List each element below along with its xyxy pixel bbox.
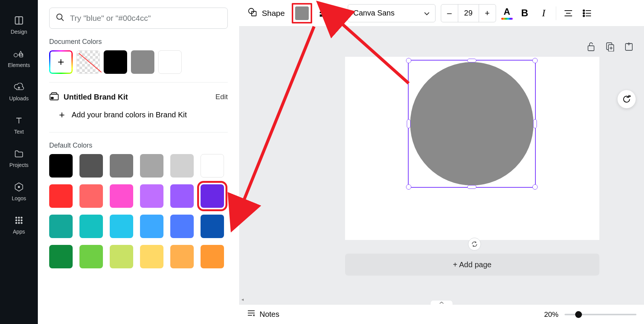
rail-item-apps[interactable]: Apps [0,208,38,241]
svg-point-30 [583,12,585,14]
color-swatch[interactable] [49,184,73,208]
color-swatch[interactable] [158,50,182,74]
fill-color-button[interactable] [295,6,309,20]
rail-label: Projects [9,162,29,168]
shape-icon [247,7,257,19]
resize-handle[interactable] [407,119,411,128]
svg-rect-19 [51,97,53,99]
svg-point-2 [14,53,17,57]
color-swatch[interactable] [170,245,194,268]
rail-item-logos[interactable]: Logos [0,175,38,208]
text-color-button[interactable]: A [501,6,513,20]
font-size-value[interactable]: 29 [458,5,479,22]
notes-button[interactable]: Notes [247,309,279,319]
add-brand-colors-button[interactable]: + Add your brand colors in Brand Kit [49,109,228,121]
color-swatch[interactable] [104,50,127,74]
default-colors-grid [49,154,228,268]
list-button[interactable] [580,6,594,20]
border-style-button[interactable] [317,7,330,20]
add-page-bar[interactable]: + Add page [345,254,599,276]
color-swatch[interactable] [131,50,154,74]
bold-button[interactable]: B [518,6,532,20]
default-colors-title: Default Colors [49,142,228,150]
svg-point-7 [16,217,17,219]
resize-handle[interactable] [532,58,538,63]
expand-pages-handle[interactable] [430,300,453,305]
color-swatch[interactable] [140,245,163,268]
chevron-down-icon [424,9,430,17]
svg-point-16 [57,14,62,19]
zoom-controls: 20% [544,310,636,319]
zoom-thumb[interactable] [575,311,582,318]
color-swatch[interactable] [79,154,103,178]
color-swatch[interactable] [170,154,194,178]
regenerate-fab[interactable] [618,90,636,108]
resize-handle[interactable] [533,119,537,128]
color-swatch[interactable] [110,184,133,208]
bottom-bar: Notes 20% [239,304,644,324]
color-swatch[interactable] [49,215,73,238]
svg-marker-3 [19,51,23,55]
brand-kit-icon [49,92,59,102]
color-swatch[interactable] [79,184,103,208]
zoom-value[interactable]: 20% [544,310,558,319]
duplicate-page-button[interactable] [605,42,616,52]
color-swatch[interactable] [79,245,103,268]
color-swatch[interactable] [49,154,73,178]
brand-kit-edit-link[interactable]: Edit [215,93,228,101]
selection-box [408,60,536,188]
svg-point-9 [21,217,23,219]
resize-handle[interactable] [406,184,411,190]
color-swatch[interactable] [140,184,163,208]
color-swatch[interactable] [201,215,224,238]
rail-item-design[interactable]: Design [0,8,38,42]
rail-item-text[interactable]: Text [0,108,38,142]
font-family-select[interactable]: Canva Sans [348,4,436,22]
font-size-increase[interactable]: + [479,5,496,22]
text-color-letter: A [504,6,510,17]
rail-item-projects[interactable]: Projects [0,142,38,175]
transparent-swatch[interactable] [76,50,100,74]
color-swatch[interactable] [140,215,163,238]
svg-point-28 [583,10,585,11]
add-page-button[interactable] [624,42,635,52]
color-swatch[interactable] [170,184,194,208]
resize-handle[interactable] [467,59,476,62]
rail-item-elements[interactable]: Elements [0,42,38,75]
color-search[interactable] [49,8,228,29]
plus-icon: + [59,109,65,121]
color-swatch[interactable] [201,154,224,178]
rail-item-uploads[interactable]: Uploads [0,75,38,108]
color-search-input[interactable] [70,14,221,23]
color-swatch[interactable] [49,245,73,268]
add-brand-label: Add your brand colors in Brand Kit [72,111,187,119]
resize-handle[interactable] [406,58,411,63]
font-size-decrease[interactable]: – [441,5,458,22]
zoom-slider[interactable] [565,314,636,315]
alignment-button[interactable] [562,6,575,20]
add-color-swatch[interactable]: + [49,50,73,74]
resize-handle[interactable] [532,184,538,190]
color-swatch[interactable] [110,154,133,178]
add-page-label: + Add page [453,260,492,269]
resize-handle[interactable] [467,185,476,189]
italic-button[interactable]: I [537,6,551,20]
folder-icon [14,148,24,159]
color-swatch[interactable] [201,184,224,208]
sync-button[interactable] [468,238,481,251]
svg-point-32 [583,15,585,17]
color-swatch[interactable] [110,245,133,268]
svg-point-15 [21,222,23,224]
color-swatch[interactable] [140,154,163,178]
lock-button[interactable] [586,42,597,52]
scroll-left-arrow[interactable]: ◂ [241,297,244,302]
canvas-page[interactable] [345,57,599,240]
color-swatch[interactable] [79,215,103,238]
shape-button[interactable]: Shape [246,6,286,20]
grid-icon [14,215,24,226]
color-swatch[interactable] [201,245,224,268]
color-swatch[interactable] [170,215,194,238]
rail-label: Elements [8,62,30,68]
color-swatch[interactable] [110,215,133,238]
shape-label: Shape [262,9,285,18]
